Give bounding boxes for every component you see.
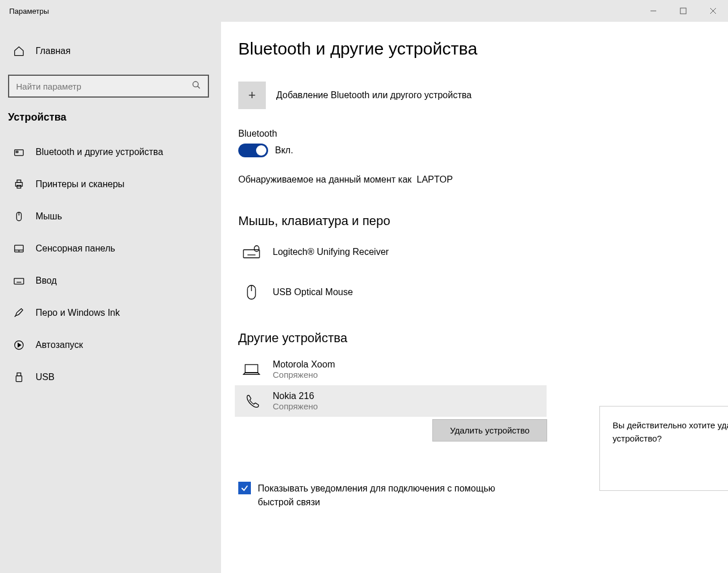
device-name: Nokia 216 (273, 391, 318, 401)
search-icon (192, 80, 201, 92)
popup-message: Вы действительно хотите удалить это устр… (613, 419, 728, 445)
window-title: Параметры (0, 7, 49, 16)
svg-rect-9 (17, 180, 21, 183)
remove-device-button[interactable]: Удалить устройство (432, 419, 547, 442)
sidebar-item-pen[interactable]: Перо и Windows Ink (8, 298, 213, 328)
window-controls (638, 0, 728, 22)
minimize-button[interactable] (638, 0, 668, 22)
sidebar-item-usb[interactable]: USB (8, 362, 213, 392)
device-item-selected[interactable]: Nokia 216 Сопряжено (235, 385, 547, 417)
svg-rect-26 (243, 250, 260, 258)
sidebar-item-label: USB (36, 372, 55, 382)
phone-device-icon (242, 392, 261, 411)
mouse-icon (13, 210, 25, 223)
page-title: Bluetooth и другие устройства (238, 39, 717, 59)
device-status: Сопряжено (273, 401, 318, 411)
svg-rect-1 (680, 8, 686, 14)
maximize-button[interactable] (668, 0, 698, 22)
device-name: USB Optical Mouse (273, 287, 353, 297)
sidebar-item-autoplay[interactable]: Автозапуск (8, 330, 213, 360)
device-status: Сопряжено (273, 370, 335, 380)
svg-line-5 (198, 86, 200, 88)
titlebar: Параметры (0, 0, 728, 22)
sidebar-item-label: Ввод (36, 276, 57, 286)
notify-checkbox[interactable] (238, 482, 251, 494)
home-icon (13, 45, 25, 57)
sidebar-item-label: Сенсорная панель (36, 243, 115, 254)
device-item[interactable]: Logitech® Unifying Receiver (238, 237, 717, 268)
svg-rect-37 (245, 365, 258, 373)
plus-icon: + (238, 82, 266, 109)
svg-rect-10 (17, 185, 21, 188)
sidebar-item-typing[interactable]: Ввод (8, 266, 213, 296)
computer-name: LAPTOP (417, 175, 453, 184)
bluetooth-devices-icon (13, 146, 25, 158)
bluetooth-toggle[interactable] (238, 144, 268, 157)
pen-icon (13, 307, 25, 319)
notify-label: Показывать уведомления для подключения с… (258, 482, 533, 509)
device-name: Logitech® Unifying Receiver (273, 247, 389, 257)
sidebar-item-bluetooth[interactable]: Bluetooth и другие устройства (8, 137, 213, 167)
section-other-devices: Другие устройства (238, 331, 717, 346)
sidebar: Главная Устройства Bluetooth и другие ус… (0, 22, 221, 573)
sidebar-item-label: Перо и Windows Ink (36, 308, 120, 318)
svg-rect-16 (14, 278, 24, 284)
keyboard-device-icon (242, 242, 261, 262)
close-button[interactable] (698, 0, 728, 22)
printer-icon (13, 178, 25, 191)
bluetooth-heading: Bluetooth (238, 129, 717, 139)
svg-rect-24 (17, 373, 21, 376)
confirm-popup: Вы действительно хотите удалить это устр… (599, 406, 728, 491)
svg-point-4 (193, 82, 198, 87)
discoverable-text: Обнаруживаемое на данный момент как LAPT… (238, 175, 717, 185)
svg-rect-7 (16, 151, 18, 153)
main-content: Bluetooth и другие устройства + Добавлен… (221, 22, 728, 573)
svg-marker-23 (18, 343, 21, 347)
sidebar-item-mouse[interactable]: Мышь (8, 202, 213, 231)
device-name: Motorola Xoom (273, 359, 335, 370)
laptop-device-icon (242, 360, 261, 380)
search-field[interactable] (16, 82, 192, 91)
home-label: Главная (36, 46, 71, 56)
device-item[interactable]: Motorola Xoom Сопряжено (238, 354, 717, 385)
sidebar-item-label: Bluetooth и другие устройства (36, 147, 163, 157)
usb-icon (13, 371, 25, 384)
add-device-label: Добавление Bluetooth или другого устройс… (276, 90, 472, 100)
svg-rect-34 (254, 246, 259, 251)
search-input[interactable] (8, 75, 209, 98)
sidebar-item-printers[interactable]: Принтеры и сканеры (8, 169, 213, 199)
nav-list: Bluetooth и другие устройства Принтеры и… (8, 137, 213, 392)
svg-rect-25 (16, 376, 22, 382)
category-heading: Устройства (8, 111, 213, 123)
home-link[interactable]: Главная (8, 39, 213, 63)
toggle-knob (256, 145, 266, 156)
autoplay-icon (13, 339, 25, 351)
device-item[interactable]: USB Optical Mouse (238, 277, 717, 308)
keyboard-icon (13, 274, 25, 287)
add-device-button[interactable]: + Добавление Bluetooth или другого устро… (238, 82, 717, 109)
sidebar-item-touchpad[interactable]: Сенсорная панель (8, 234, 213, 264)
sidebar-item-label: Мышь (36, 211, 62, 222)
sidebar-item-label: Принтеры и сканеры (36, 179, 125, 189)
mouse-device-icon (242, 282, 261, 302)
section-mouse-keyboard: Мышь, клавиатура и перо (238, 214, 717, 229)
bluetooth-toggle-state: Вкл. (275, 145, 293, 156)
sidebar-item-label: Автозапуск (36, 340, 83, 350)
svg-rect-8 (16, 183, 22, 187)
touchpad-icon (13, 242, 25, 255)
